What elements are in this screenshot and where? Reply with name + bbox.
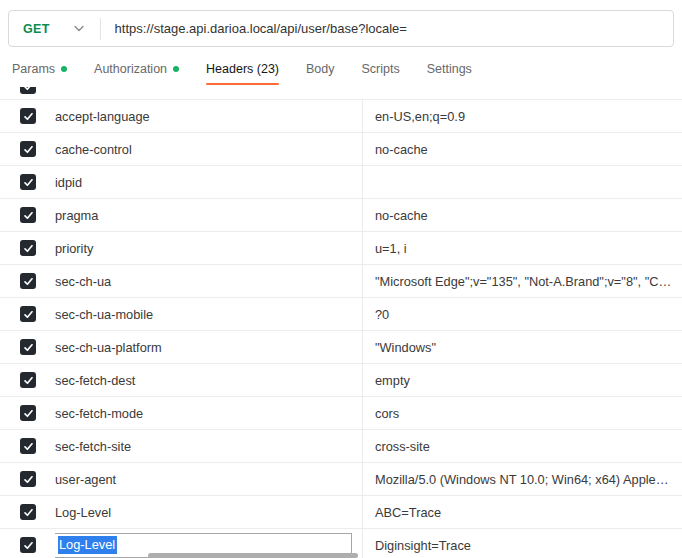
row-checkbox[interactable] [20,207,36,223]
header-key-cell[interactable]: idpid [55,166,362,198]
checkbox-cell [0,232,55,264]
header-value: no-cache [375,208,428,223]
header-key-cell[interactable]: pragma [55,199,362,231]
row-checkbox[interactable] [20,87,36,94]
tab-scripts[interactable]: Scripts [362,51,400,87]
header-key-cell[interactable]: user-agent [55,463,362,495]
headers-table: accept-languageen-US,en;q=0.9cache-contr… [0,100,682,558]
row-checkbox[interactable] [20,438,36,454]
header-value-cell[interactable]: ?0 [362,298,682,330]
check-icon [23,243,34,254]
header-row: pragmano-cache [0,199,682,232]
header-key-cell[interactable]: sec-fetch-dest [55,364,362,396]
row-checkbox[interactable] [20,306,36,322]
request-panel: GET ParamsAuthorizationHeaders (23)BodyS… [0,10,682,558]
tab-body[interactable]: Body [306,51,335,87]
check-icon [23,210,34,221]
check-icon [23,111,34,122]
header-key-cell[interactable]: sec-ch-ua-platform [55,331,362,363]
row-checkbox[interactable] [20,108,36,124]
header-value-cell[interactable]: ABC=Trace [362,496,682,528]
header-value-cell[interactable]: en-US,en;q=0.9 [362,100,682,132]
header-value-cell[interactable]: empty [362,364,682,396]
row-checkbox[interactable] [20,537,36,553]
tab-params[interactable]: Params [12,51,67,87]
header-value-cell[interactable] [362,166,682,198]
checkbox-cell [0,265,55,297]
check-icon [23,441,34,452]
row-checkbox[interactable] [20,471,36,487]
header-row: cache-controlno-cache [0,133,682,166]
header-value: no-cache [375,142,428,157]
chevron-down-icon [74,25,84,32]
check-icon [23,408,34,419]
request-tabs: ParamsAuthorizationHeaders (23)BodyScrip… [0,51,682,87]
header-value-cell[interactable]: "Windows" [362,331,682,363]
header-value-cell[interactable]: Mozilla/5.0 (Windows NT 10.0; Win64; x64… [362,463,682,495]
check-icon [23,177,34,188]
url-bar: GET [8,10,674,47]
checkbox-cell [0,166,55,198]
tab-label: Body [306,62,335,76]
header-key-cell[interactable]: priority [55,232,362,264]
header-key: priority [55,241,93,256]
check-icon [23,342,34,353]
header-row: Log-LevelABC=Trace [0,496,682,529]
header-row: accept-languageen-US,en;q=0.9 [0,100,682,133]
header-value: Diginsight=Trace [375,538,471,553]
row-checkbox[interactable] [20,174,36,190]
row-checkbox[interactable] [20,240,36,256]
header-key-cell[interactable]: sec-fetch-site [55,430,362,462]
header-value: ABC=Trace [375,505,441,520]
tab-headers[interactable]: Headers (23) [206,51,279,87]
header-value-cell[interactable]: no-cache [362,133,682,165]
header-value-cell[interactable]: "Microsoft Edge";v="135", "Not-A.Brand";… [362,265,682,297]
header-row: user-agentMozilla/5.0 (Windows NT 10.0; … [0,463,682,496]
header-key: idpid [55,175,82,190]
header-value-cell[interactable]: cross-site [362,430,682,462]
check-icon [23,375,34,386]
checkbox-cell [0,133,55,165]
header-key-cell[interactable]: accept-language [55,100,362,132]
method-dropdown[interactable]: GET [9,22,100,36]
row-checkbox[interactable] [20,405,36,421]
row-checkbox[interactable] [20,141,36,157]
tab-authorization[interactable]: Authorization [94,51,179,87]
header-key: sec-ch-ua [55,274,111,289]
header-value: cors [375,406,399,421]
tab-label: Settings [427,62,472,76]
tab-label: Headers (23) [206,62,279,76]
checkbox-cell [0,529,55,558]
header-key-cell[interactable]: sec-ch-ua-mobile [55,298,362,330]
partial-header-row [0,87,682,100]
green-dot-icon [173,66,179,72]
row-checkbox[interactable] [20,273,36,289]
header-row: sec-ch-ua"Microsoft Edge";v="135", "Not-… [0,265,682,298]
header-value-cell[interactable]: Diginsight=Trace [362,529,682,558]
header-row: priorityu=1, i [0,232,682,265]
selected-key-text: Log-Level [58,536,117,554]
header-row: sec-fetch-modecors [0,397,682,430]
header-value: cross-site [375,439,430,454]
header-key-cell[interactable]: Log-Level [55,496,362,528]
horizontal-scrollbar-thumb[interactable] [148,553,358,558]
header-value-cell[interactable]: u=1, i [362,232,682,264]
check-icon [23,540,34,551]
header-key-cell[interactable]: sec-ch-ua [55,265,362,297]
checkbox-cell [0,496,55,528]
row-checkbox[interactable] [20,504,36,520]
header-value-cell[interactable]: cors [362,397,682,429]
header-key-cell[interactable]: sec-fetch-mode [55,397,362,429]
checkbox-cell [0,397,55,429]
check-icon [23,276,34,287]
check-icon [23,507,34,518]
tab-settings[interactable]: Settings [427,51,472,87]
row-checkbox[interactable] [20,339,36,355]
header-value-cell[interactable]: no-cache [362,199,682,231]
header-value: u=1, i [375,241,407,256]
header-key-cell[interactable]: cache-control [55,133,362,165]
row-checkbox[interactable] [20,372,36,388]
header-row: sec-ch-ua-platform"Windows" [0,331,682,364]
check-icon [23,144,34,155]
url-input[interactable] [101,11,673,46]
